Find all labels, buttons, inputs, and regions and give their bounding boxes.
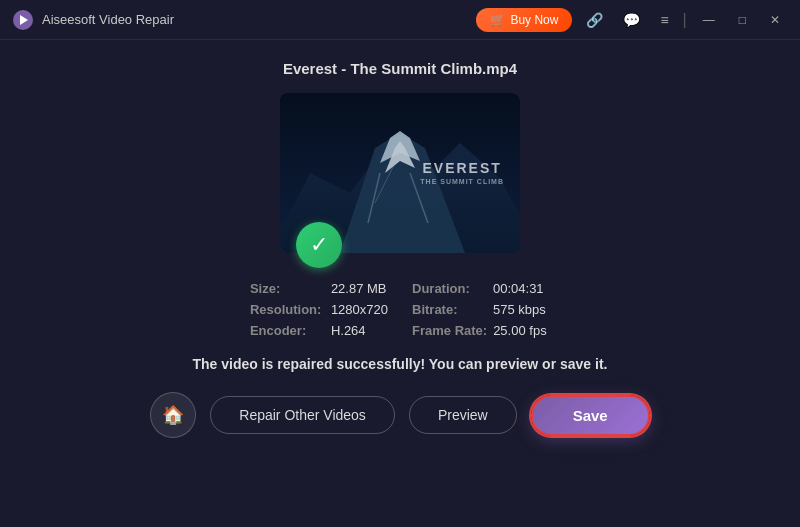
duration-label: Duration: — [412, 281, 487, 296]
success-message: The video is repaired successfully! You … — [193, 356, 608, 372]
info-encoder: Encoder: H.264 — [250, 323, 388, 338]
bitrate-value: 575 kbps — [493, 302, 546, 317]
maximize-icon: □ — [739, 13, 746, 27]
resolution-label: Resolution: — [250, 302, 325, 317]
chat-icon-button[interactable]: 💬 — [617, 8, 646, 32]
maximize-button[interactable]: □ — [731, 9, 754, 31]
size-value: 22.87 MB — [331, 281, 387, 296]
encoder-value: H.264 — [331, 323, 366, 338]
title-bar: Aiseesoft Video Repair 🛒 Buy Now 🔗 💬 ≡ |… — [0, 0, 800, 40]
home-button[interactable]: 🏠 — [150, 392, 196, 438]
framerate-label: Frame Rate: — [412, 323, 487, 338]
framerate-value: 25.00 fps — [493, 323, 547, 338]
menu-icon-button[interactable]: ≡ — [654, 8, 674, 32]
thumbnail-title: EVEREST — [420, 159, 504, 177]
resolution-value: 1280x720 — [331, 302, 388, 317]
repair-other-button[interactable]: Repair Other Videos — [210, 396, 395, 434]
link-icon: 🔗 — [586, 12, 603, 28]
action-buttons: 🏠 Repair Other Videos Preview Save — [150, 392, 649, 438]
encoder-label: Encoder: — [250, 323, 325, 338]
duration-value: 00:04:31 — [493, 281, 544, 296]
info-framerate: Frame Rate: 25.00 fps — [412, 323, 550, 338]
bitrate-label: Bitrate: — [412, 302, 487, 317]
save-button[interactable]: Save — [531, 395, 650, 436]
title-bar-right: 🛒 Buy Now 🔗 💬 ≡ | — □ ✕ — [476, 8, 788, 32]
checkmark-icon: ✓ — [310, 232, 328, 258]
info-size: Size: 22.87 MB — [250, 281, 388, 296]
menu-icon: ≡ — [660, 12, 668, 28]
info-duration: Duration: 00:04:31 — [412, 281, 550, 296]
buy-now-label: Buy Now — [510, 13, 558, 27]
success-badge: ✓ — [296, 222, 342, 268]
thumbnail-label: EVEREST THE SUMMIT CLIMB — [420, 159, 504, 186]
minimize-icon: — — [703, 13, 715, 27]
video-filename: Everest - The Summit Climb.mp4 — [283, 60, 517, 77]
link-icon-button[interactable]: 🔗 — [580, 8, 609, 32]
info-resolution: Resolution: 1280x720 — [250, 302, 388, 317]
preview-button[interactable]: Preview — [409, 396, 517, 434]
close-button[interactable]: ✕ — [762, 9, 788, 31]
video-info: Size: 22.87 MB Duration: 00:04:31 Resolu… — [250, 281, 550, 338]
buy-now-button[interactable]: 🛒 Buy Now — [476, 8, 572, 32]
video-thumbnail-wrapper: EVEREST THE SUMMIT CLIMB ✓ — [280, 93, 520, 253]
title-bar-left: Aiseesoft Video Repair — [12, 9, 174, 31]
thumbnail-subtitle: THE SUMMIT CLIMB — [420, 178, 504, 187]
info-bitrate: Bitrate: 575 kbps — [412, 302, 550, 317]
minimize-button[interactable]: — — [695, 9, 723, 31]
size-label: Size: — [250, 281, 325, 296]
close-icon: ✕ — [770, 13, 780, 27]
app-logo-icon — [12, 9, 34, 31]
main-content: Everest - The Summit Climb.mp4 — [0, 40, 800, 527]
app-title: Aiseesoft Video Repair — [42, 12, 174, 27]
cart-icon: 🛒 — [490, 13, 505, 27]
chat-icon: 💬 — [623, 12, 640, 28]
home-icon: 🏠 — [162, 404, 184, 426]
separator: | — [683, 11, 687, 29]
